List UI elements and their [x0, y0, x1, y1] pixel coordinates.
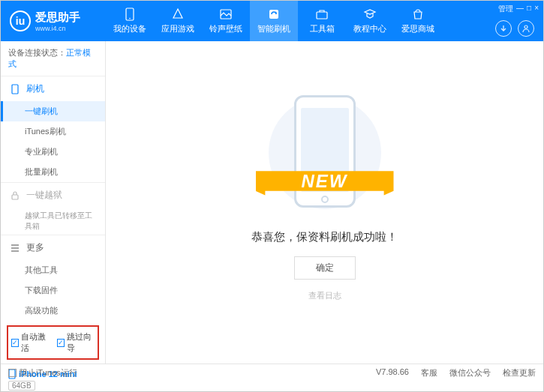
- sidebar-item-advanced[interactable]: 高级功能: [1, 301, 105, 321]
- flash-options-highlighted: ✓ 自动激活 ✓ 跳过向导: [7, 325, 99, 360]
- footer-link-support[interactable]: 客服: [421, 367, 437, 379]
- main-content: NEW 恭喜您，保资料刷机成功啦！ 确定 查看日志: [106, 41, 543, 364]
- app-url: www.i4.cn: [35, 25, 80, 32]
- svg-point-5: [524, 25, 527, 28]
- nav-store[interactable]: 爱思商城: [394, 1, 442, 41]
- sidebar-item-download-fw[interactable]: 下载固件: [1, 280, 105, 301]
- checkbox-skip-guide[interactable]: ✓ 跳过向导: [57, 331, 95, 354]
- header-actions: [495, 20, 534, 37]
- app-name: 爱思助手: [35, 10, 80, 25]
- sidebar-item-other-tools[interactable]: 其他工具: [1, 260, 105, 280]
- download-icon[interactable]: [495, 20, 512, 37]
- sidebar-flash-header[interactable]: 刷机: [1, 76, 105, 101]
- jailbreak-note: 越狱工具已转移至工具箱: [1, 208, 105, 235]
- footer-link-wechat[interactable]: 微信公众号: [449, 367, 491, 379]
- sidebar: 设备连接状态：正常模式 刷机 一键刷机 iTunes刷机 专业刷机 批量刷机 一…: [1, 41, 106, 364]
- checkbox-icon: [8, 369, 17, 377]
- svg-rect-3: [269, 10, 278, 19]
- tutorial-icon: [363, 7, 377, 21]
- nav-apps[interactable]: 应用游戏: [154, 1, 202, 41]
- phone-icon: [10, 84, 20, 94]
- maximize-button[interactable]: □: [527, 4, 531, 14]
- user-icon[interactable]: [518, 20, 534, 37]
- phone-icon: [123, 7, 137, 21]
- sidebar-item-itunes-flash[interactable]: iTunes刷机: [1, 121, 105, 142]
- success-illustration: NEW: [265, 89, 385, 217]
- toolbox-icon: [315, 7, 329, 21]
- checkbox-auto-activate[interactable]: ✓ 自动激活: [11, 331, 50, 354]
- nav-toolbox[interactable]: 工具箱: [298, 1, 346, 41]
- nav-tutorials[interactable]: 教程中心: [346, 1, 394, 41]
- checkbox-block-itunes[interactable]: 阻止iTunes运行: [8, 367, 77, 379]
- app-header: iu 爱思助手 www.i4.cn 我的设备 应用游戏 铃声壁纸 智能刷机 工具…: [1, 1, 543, 41]
- flash-icon: [267, 7, 281, 21]
- logo-icon: iu: [10, 10, 31, 31]
- svg-rect-7: [12, 195, 18, 199]
- nav-ringtones[interactable]: 铃声壁纸: [202, 1, 250, 41]
- main-nav: 我的设备 应用游戏 铃声壁纸 智能刷机 工具箱 教程中心 爱思商城: [106, 1, 543, 41]
- minimize-button[interactable]: —: [516, 4, 524, 14]
- device-storage: 64GB: [8, 381, 35, 391]
- wallpaper-icon: [219, 7, 233, 21]
- sidebar-more-header[interactable]: 更多: [1, 235, 105, 260]
- menu-icon: [10, 243, 20, 253]
- sidebar-item-pro-flash[interactable]: 专业刷机: [1, 142, 105, 162]
- nav-my-device[interactable]: 我的设备: [106, 1, 154, 41]
- close-button[interactable]: ×: [534, 4, 539, 14]
- view-log-link[interactable]: 查看日志: [308, 290, 341, 301]
- check-icon: ✓: [11, 339, 19, 347]
- success-message: 恭喜您，保资料刷机成功啦！: [251, 230, 398, 244]
- svg-rect-4: [317, 12, 327, 19]
- sidebar-jailbreak-header[interactable]: 一键越狱: [1, 183, 105, 208]
- logo-block: iu 爱思助手 www.i4.cn: [1, 10, 106, 32]
- connection-status: 设备连接状态：正常模式: [1, 41, 105, 76]
- svg-rect-6: [12, 85, 18, 94]
- manage-button[interactable]: 管理: [498, 4, 513, 14]
- apps-icon: [171, 7, 185, 21]
- window-controls: 管理 — □ ×: [498, 4, 539, 14]
- check-icon: ✓: [57, 339, 65, 347]
- svg-point-1: [129, 18, 131, 19]
- store-icon: [411, 7, 425, 21]
- footer-link-update[interactable]: 检查更新: [503, 367, 536, 379]
- sidebar-item-oneclick-flash[interactable]: 一键刷机: [1, 101, 105, 121]
- version-label: V7.98.66: [376, 367, 409, 379]
- ok-button[interactable]: 确定: [294, 256, 356, 280]
- lock-icon: [10, 190, 20, 201]
- nav-flash[interactable]: 智能刷机: [250, 1, 298, 41]
- sidebar-item-batch-flash[interactable]: 批量刷机: [1, 162, 105, 182]
